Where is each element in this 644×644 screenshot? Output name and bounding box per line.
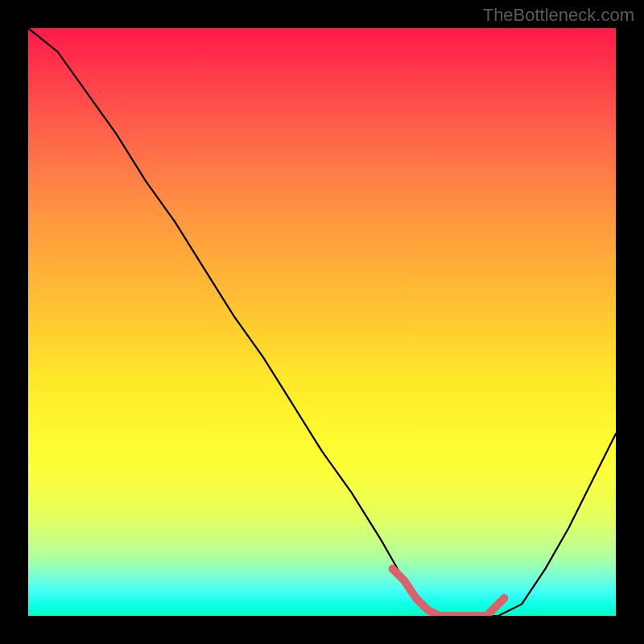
bottleneck-chart: [28, 28, 616, 616]
highlight-segment-path: [393, 569, 505, 616]
watermark-text: TheBottleneck.com: [483, 5, 634, 26]
bottleneck-curve-path: [28, 28, 616, 616]
curve-layer: [28, 28, 616, 616]
